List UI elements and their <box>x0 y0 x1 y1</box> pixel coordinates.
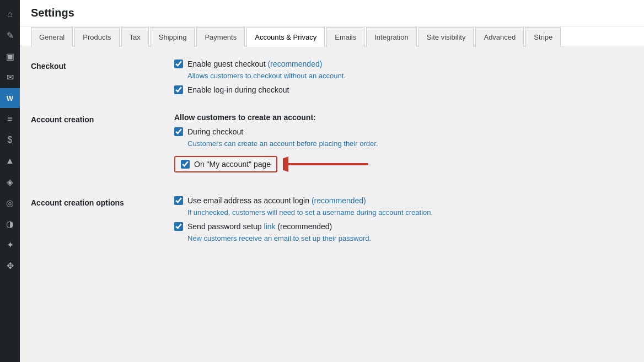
page-header: Settings <box>20 0 644 26</box>
tab-emails[interactable]: Emails <box>326 27 364 47</box>
password-setup-label: Send password setup link (recommended) <box>187 222 332 231</box>
orders-icon[interactable]: ≡ <box>0 109 20 129</box>
tab-integration[interactable]: Integration <box>366 27 416 47</box>
account-creation-section: Account creation Allow customers to crea… <box>31 113 615 181</box>
guest-checkout-item: Enable guest checkout (recommended) <box>174 60 615 68</box>
account-creation-content: Allow customers to create an account: Du… <box>174 113 615 181</box>
during-checkout-helper: Customers can create an account before p… <box>187 139 615 148</box>
page-title: Settings <box>31 7 633 19</box>
checkout-content: Enable guest checkout (recommended) Allo… <box>174 60 615 98</box>
tools-icon[interactable]: ✦ <box>0 235 20 255</box>
guest-checkout-checkbox[interactable] <box>174 60 183 68</box>
login-checkout-item: Enable log-in during checkout <box>174 85 615 94</box>
account-creation-options-label: Account creation options <box>31 196 174 207</box>
account-creation-options-section: Account creation options Use email addre… <box>31 196 615 248</box>
checkout-section: Checkout Enable guest checkout (recommen… <box>31 60 615 98</box>
guest-checkout-helper: Allows customers to checkout without an … <box>187 72 615 80</box>
analytics-icon[interactable]: ▲ <box>0 151 20 171</box>
comments-icon[interactable]: ✉ <box>0 67 20 87</box>
email-login-checkbox[interactable] <box>174 196 183 205</box>
tab-shipping[interactable]: Shipping <box>151 27 195 47</box>
appearance-icon[interactable]: ◑ <box>0 214 20 234</box>
email-login-helper: If unchecked, customers will need to set… <box>187 208 615 217</box>
email-login-label: Use email address as account login (reco… <box>187 196 366 205</box>
during-checkout-checkbox[interactable] <box>174 127 183 136</box>
during-checkout-item: During checkout <box>174 127 615 136</box>
red-arrow-icon <box>283 153 371 175</box>
email-login-item: Use email address as account login (reco… <box>174 196 615 205</box>
tab-general[interactable]: General <box>31 27 73 47</box>
main-content: Settings General Products Tax Shipping P… <box>20 0 644 362</box>
my-account-label: On "My account" page <box>194 160 271 169</box>
account-creation-title: Allow customers to create an account: <box>174 113 615 122</box>
sidebar: ⌂ ✎ ▣ ✉ W ≡ $ ▲ ◈ ◎ ◑ ✦ ✥ <box>0 0 20 362</box>
tab-advanced[interactable]: Advanced <box>475 27 524 47</box>
my-account-checkbox[interactable] <box>181 160 190 169</box>
users-icon[interactable]: ◎ <box>0 193 20 213</box>
tab-accounts-privacy[interactable]: Accounts & Privacy <box>246 27 325 47</box>
my-account-annotation-box: On "My account" page <box>174 156 277 172</box>
account-creation-options-content: Use email address as account login (reco… <box>174 196 615 248</box>
marketing-icon[interactable]: ◈ <box>0 172 20 192</box>
password-setup-checkbox[interactable] <box>174 222 183 231</box>
tab-payments[interactable]: Payments <box>196 27 245 47</box>
during-checkout-label: During checkout <box>187 127 243 136</box>
checkout-label: Checkout <box>31 60 174 71</box>
password-setup-item: Send password setup link (recommended) <box>174 222 615 231</box>
tab-tax[interactable]: Tax <box>121 27 149 47</box>
posts-icon[interactable]: ✎ <box>0 25 20 45</box>
account-creation-label: Account creation <box>31 113 174 124</box>
login-checkout-checkbox[interactable] <box>174 85 183 94</box>
settings-tabs: General Products Tax Shipping Payments A… <box>20 26 644 46</box>
my-account-row: On "My account" page <box>174 153 615 175</box>
woo-icon[interactable]: W <box>0 88 20 108</box>
wrench-icon[interactable]: ✥ <box>0 256 20 275</box>
tab-products[interactable]: Products <box>74 27 119 47</box>
settings-content: Checkout Enable guest checkout (recommen… <box>20 46 626 277</box>
tab-stripe[interactable]: Stripe <box>525 27 561 47</box>
media-icon[interactable]: ▣ <box>0 46 20 66</box>
dashboard-icon[interactable]: ⌂ <box>0 4 20 24</box>
guest-checkout-label: Enable guest checkout (recommended) <box>187 60 322 68</box>
password-setup-helper: New customers receive an email to set up… <box>187 234 615 242</box>
tab-site-visibility[interactable]: Site visibility <box>418 27 474 47</box>
dollar-icon[interactable]: $ <box>0 130 20 150</box>
login-checkout-label: Enable log-in during checkout <box>187 85 289 94</box>
